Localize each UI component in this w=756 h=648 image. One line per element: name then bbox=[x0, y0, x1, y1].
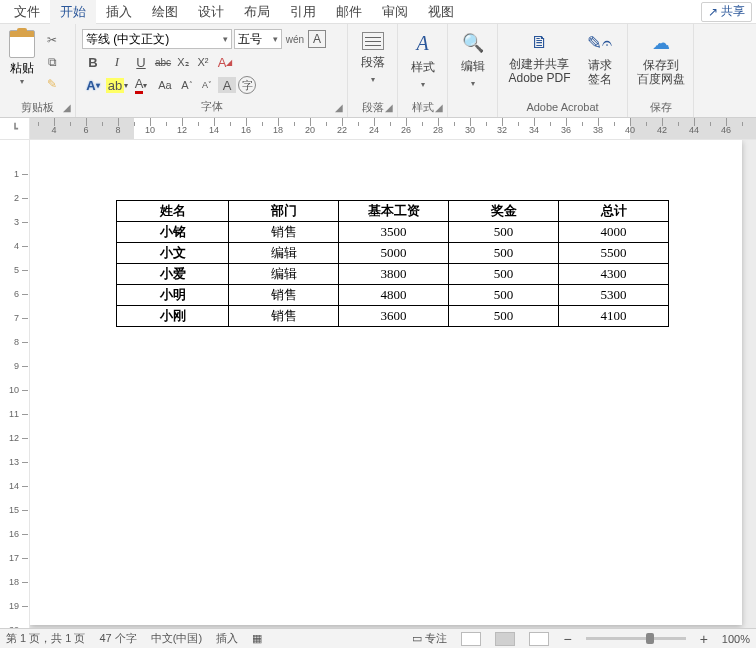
italic-button[interactable]: I bbox=[106, 52, 128, 72]
superscript-button[interactable]: X² bbox=[194, 52, 212, 72]
status-macro-icon[interactable]: ▦ bbox=[252, 632, 262, 645]
copy-button[interactable]: ⧉ bbox=[44, 54, 60, 70]
table-cell[interactable]: 5500 bbox=[559, 243, 669, 264]
char-border-button[interactable]: A bbox=[308, 30, 326, 48]
subscript-button[interactable]: X₂ bbox=[174, 52, 192, 72]
menu-insert[interactable]: 插入 bbox=[96, 0, 142, 24]
vertical-ruler[interactable]: 1234567891011121314151617181920 bbox=[0, 140, 30, 630]
table-cell[interactable]: 编辑 bbox=[229, 243, 339, 264]
group-acrobat-label: Adobe Acrobat bbox=[502, 99, 623, 115]
table-header[interactable]: 总计 bbox=[559, 201, 669, 222]
salary-table[interactable]: 姓名部门基本工资奖金总计 小铭销售35005004000小文编辑50005005… bbox=[116, 200, 669, 327]
table-cell[interactable]: 4000 bbox=[559, 222, 669, 243]
table-cell[interactable]: 500 bbox=[449, 222, 559, 243]
table-cell[interactable]: 编辑 bbox=[229, 264, 339, 285]
table-cell[interactable]: 3800 bbox=[339, 264, 449, 285]
menu-home[interactable]: 开始 bbox=[50, 0, 96, 24]
clear-format-button[interactable]: A◢ bbox=[214, 52, 236, 72]
table-cell[interactable]: 500 bbox=[449, 243, 559, 264]
table-row[interactable]: 小铭销售35005004000 bbox=[117, 222, 669, 243]
zoom-level[interactable]: 100% bbox=[722, 633, 750, 645]
table-cell[interactable]: 小刚 bbox=[117, 306, 229, 327]
format-painter-button[interactable]: ✎ bbox=[44, 76, 60, 92]
paste-button[interactable]: 粘贴 ▾ bbox=[4, 26, 40, 86]
ribbon: 粘贴 ▾ ✂ ⧉ ✎ 剪贴板 ◢ 等线 (中文正文)▾ 五号▾ wén A bbox=[0, 24, 756, 118]
font-name-value: 等线 (中文正文) bbox=[86, 31, 169, 48]
table-cell[interactable]: 5000 bbox=[339, 243, 449, 264]
web-layout-button[interactable] bbox=[529, 632, 549, 646]
font-color-button[interactable]: A▾ bbox=[130, 75, 152, 95]
save-baidu-button[interactable]: ☁ 保存到 百度网盘 bbox=[632, 26, 689, 87]
table-cell[interactable]: 小明 bbox=[117, 285, 229, 306]
table-row[interactable]: 小明销售48005005300 bbox=[117, 285, 669, 306]
menu-review[interactable]: 审阅 bbox=[372, 0, 418, 24]
paragraph-dialog-launcher[interactable]: ◢ bbox=[383, 103, 395, 115]
styles-dialog-launcher[interactable]: ◢ bbox=[433, 103, 445, 115]
table-cell[interactable]: 小爱 bbox=[117, 264, 229, 285]
table-cell[interactable]: 500 bbox=[449, 306, 559, 327]
menu-draw[interactable]: 绘图 bbox=[142, 0, 188, 24]
table-cell[interactable]: 销售 bbox=[229, 285, 339, 306]
table-cell[interactable]: 3600 bbox=[339, 306, 449, 327]
table-cell[interactable]: 500 bbox=[449, 264, 559, 285]
table-cell[interactable]: 500 bbox=[449, 285, 559, 306]
share-button[interactable]: ↗ 共享 bbox=[701, 2, 752, 22]
horizontal-ruler[interactable]: 2468101214161820222426283032343638404244… bbox=[30, 118, 756, 139]
table-header[interactable]: 姓名 bbox=[117, 201, 229, 222]
table-cell[interactable]: 小铭 bbox=[117, 222, 229, 243]
enclose-char-button[interactable]: 字 bbox=[238, 76, 256, 94]
read-mode-button[interactable] bbox=[461, 632, 481, 646]
cut-button[interactable]: ✂ bbox=[44, 32, 60, 48]
create-share-pdf-button[interactable]: 🗎 创建并共享 Adobe PDF bbox=[504, 26, 576, 86]
zoom-in-button[interactable]: + bbox=[700, 631, 708, 647]
underline-button[interactable]: U bbox=[130, 52, 152, 72]
clipboard-dialog-launcher[interactable]: ◢ bbox=[61, 103, 73, 115]
status-page[interactable]: 第 1 页，共 1 页 bbox=[6, 631, 85, 646]
table-cell[interactable]: 4800 bbox=[339, 285, 449, 306]
table-row[interactable]: 小爱编辑38005004300 bbox=[117, 264, 669, 285]
font-size-combo[interactable]: 五号▾ bbox=[234, 29, 282, 49]
table-cell[interactable]: 4100 bbox=[559, 306, 669, 327]
status-words[interactable]: 47 个字 bbox=[99, 631, 136, 646]
focus-mode-button[interactable]: ▭专注 bbox=[412, 631, 447, 646]
strikethrough-button[interactable]: abc bbox=[154, 52, 172, 72]
menu-file[interactable]: 文件 bbox=[4, 0, 50, 24]
bold-button[interactable]: B bbox=[82, 52, 104, 72]
shrink-font-button[interactable]: A˅ bbox=[198, 75, 216, 95]
table-header[interactable]: 部门 bbox=[229, 201, 339, 222]
menu-view[interactable]: 视图 bbox=[418, 0, 464, 24]
zoom-slider[interactable] bbox=[586, 637, 686, 640]
styles-button[interactable]: A 样式 ▾ bbox=[402, 26, 443, 89]
text-effects-button[interactable]: A▾ bbox=[82, 75, 104, 95]
table-header[interactable]: 基本工资 bbox=[339, 201, 449, 222]
font-name-combo[interactable]: 等线 (中文正文)▾ bbox=[82, 29, 232, 49]
request-signature-button[interactable]: ✎𝄐 请求 签名 bbox=[578, 26, 622, 87]
menu-mailings[interactable]: 邮件 bbox=[326, 0, 372, 24]
table-row[interactable]: 小刚销售36005004100 bbox=[117, 306, 669, 327]
table-cell[interactable]: 5300 bbox=[559, 285, 669, 306]
table-cell[interactable]: 销售 bbox=[229, 222, 339, 243]
menu-layout[interactable]: 布局 bbox=[234, 0, 280, 24]
change-case-button[interactable]: Aa bbox=[154, 75, 176, 95]
table-row[interactable]: 小文编辑50005005500 bbox=[117, 243, 669, 264]
share-label: 共享 bbox=[721, 3, 745, 20]
grow-font-button[interactable]: A˄ bbox=[178, 75, 196, 95]
menu-design[interactable]: 设计 bbox=[188, 0, 234, 24]
table-cell[interactable]: 销售 bbox=[229, 306, 339, 327]
print-layout-button[interactable] bbox=[495, 632, 515, 646]
zoom-out-button[interactable]: − bbox=[563, 631, 571, 647]
table-cell[interactable]: 小文 bbox=[117, 243, 229, 264]
editing-button[interactable]: 🔍 编辑 ▾ bbox=[452, 26, 493, 88]
table-header[interactable]: 奖金 bbox=[449, 201, 559, 222]
font-dialog-launcher[interactable]: ◢ bbox=[333, 103, 345, 115]
highlight-button[interactable]: ab▾ bbox=[106, 75, 128, 95]
paragraph-button[interactable]: 段落 ▾ bbox=[352, 26, 393, 84]
document-canvas[interactable]: 姓名部门基本工资奖金总计 小铭销售35005004000小文编辑50005005… bbox=[30, 140, 756, 630]
status-mode[interactable]: 插入 bbox=[216, 631, 238, 646]
table-cell[interactable]: 3500 bbox=[339, 222, 449, 243]
table-cell[interactable]: 4300 bbox=[559, 264, 669, 285]
char-shading-button[interactable]: A bbox=[218, 77, 236, 93]
status-language[interactable]: 中文(中国) bbox=[151, 631, 202, 646]
phonetic-guide-button[interactable]: wén bbox=[284, 29, 306, 49]
menu-references[interactable]: 引用 bbox=[280, 0, 326, 24]
